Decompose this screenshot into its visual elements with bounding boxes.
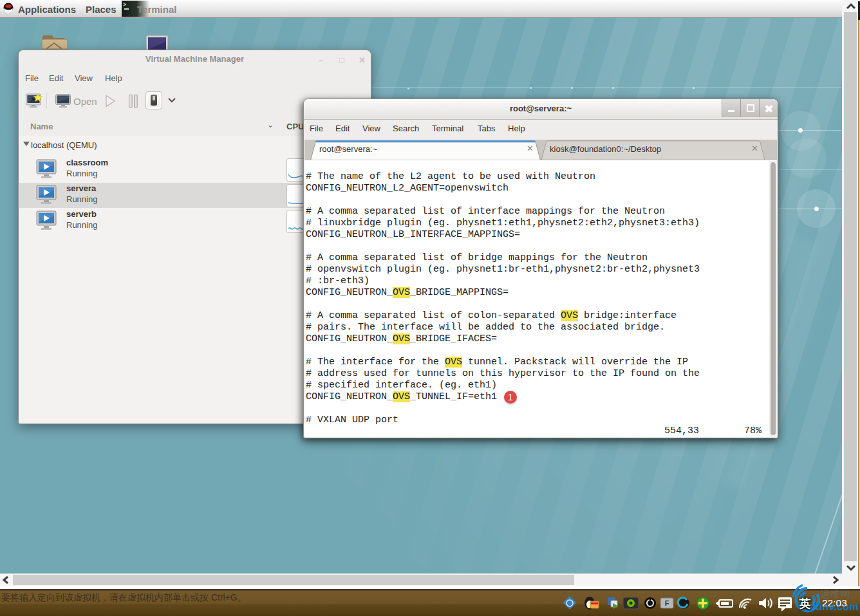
svg-text:F: F [665, 599, 669, 607]
